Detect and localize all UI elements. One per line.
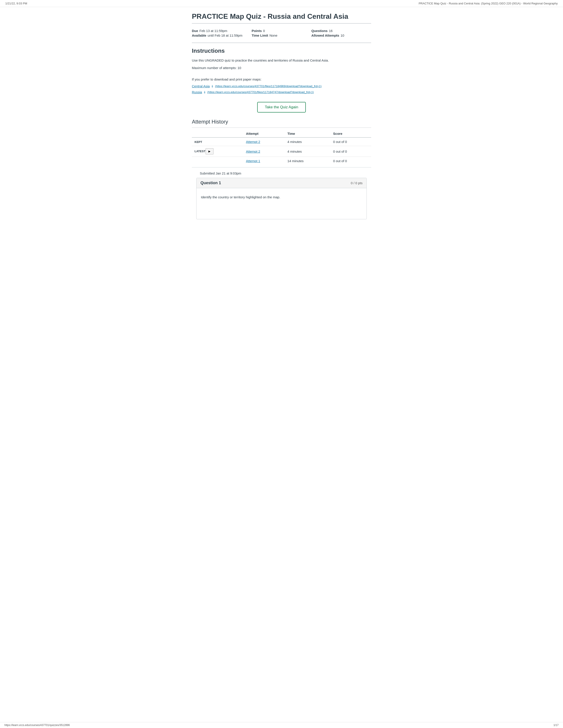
question-1-pts: 0 / 0 pts [351, 181, 363, 185]
points-value: 0 [263, 29, 265, 33]
question-1-text: Identify the country or territory highli… [201, 194, 362, 200]
meta-points: Points 0 [252, 29, 312, 33]
attempt-link[interactable]: Attempt 2 [246, 150, 260, 153]
available-value: until Feb 18 at 11:59pm [207, 34, 242, 37]
attempt-link-cell: Attempt 2 [243, 137, 285, 146]
attempt-link-cell: Attempt 2 [243, 146, 285, 157]
meta-divider [192, 43, 371, 43]
col-time: Time [285, 130, 331, 137]
meta-grid: Due Feb 13 at 11:59pm Points 0 Questions… [192, 27, 371, 41]
instructions-text1: Use this UNGRADED quiz to practice the c… [192, 58, 371, 63]
table-header-row: Attempt Time Score [192, 130, 371, 137]
question-1-title: Question 1 [200, 181, 221, 185]
instructions-text2: Maximum number of attempts: 10 [192, 65, 371, 71]
instructions-text3: If you prefer to download and print pape… [192, 77, 371, 82]
download-icon-russia: ⇓ [203, 90, 206, 94]
col-badge [192, 130, 243, 137]
question-1-body: Identify the country or territory highli… [196, 188, 367, 219]
russia-link[interactable]: Russia [192, 90, 202, 94]
attempt-history-table: Attempt Time Score KEPTAttempt 24 minute… [192, 130, 371, 165]
submitted-text: Submitted Jan 21 at 9:03pm [200, 171, 371, 175]
central-asia-link[interactable]: Central Asia [192, 84, 210, 88]
attempt-link[interactable]: Attempt 2 [246, 140, 260, 144]
download-icon-central-asia: ⇓ [211, 84, 214, 88]
question-1-header: Question 1 0 / 0 pts [196, 178, 367, 188]
attempt-link-cell: Attempt 1 [243, 157, 285, 165]
attempt-link[interactable]: Attempt 1 [246, 159, 260, 163]
quiz-again-button-wrapper: Take the Quiz Again [192, 102, 371, 113]
russia-url[interactable]: (https://learn.vccs.edu/courses/437701/f… [207, 90, 314, 94]
central-asia-link-line: Central Asia ⇓ (https://learn.vccs.edu/c… [192, 84, 371, 88]
meta-time-limit: Time Limit None [252, 34, 312, 37]
points-label: Points [252, 29, 262, 33]
due-value: Feb 13 at 11:59pm [199, 29, 227, 33]
title-divider [192, 23, 371, 24]
attempt-history-heading: Attempt History [192, 119, 371, 125]
take-quiz-again-button[interactable]: Take the Quiz Again [257, 102, 306, 113]
meta-due: Due Feb 13 at 11:59pm [192, 29, 252, 33]
meta-allowed: Allowed Attempts 10 [311, 34, 371, 37]
meta-available: Available until Feb 18 at 11:59pm [192, 34, 252, 37]
attempt-badge: LATEST▶ [192, 146, 243, 157]
browser-title: PRACTICE Map Quiz - Russia and Central A… [419, 2, 558, 5]
content-area: PRACTICE Map Quiz - Russia and Central A… [186, 7, 377, 237]
time-limit-value: None [269, 34, 277, 37]
instructions-heading: Instructions [192, 47, 371, 54]
table-row: Attempt 114 minutes0 out of 0 [192, 157, 371, 165]
badge-latest: LATEST [194, 150, 205, 153]
time-limit-label: Time Limit [252, 34, 268, 37]
meta-questions: Questions 16 [311, 29, 371, 33]
attempt-time: 14 minutes [285, 157, 331, 165]
badge-latest-wrapper: LATEST▶ [194, 148, 241, 154]
table-row: KEPTAttempt 24 minutes0 out of 0 [192, 137, 371, 146]
allowed-value: 10 [341, 34, 344, 37]
russia-link-line: Russia ⇓ (https://learn.vccs.edu/courses… [192, 90, 371, 94]
central-asia-url[interactable]: (https://learn.vccs.edu/courses/437701/f… [215, 84, 322, 88]
table-row: LATEST▶Attempt 24 minutes0 out of 0 [192, 146, 371, 157]
question-1-card: Question 1 0 / 0 pts Identify the countr… [196, 178, 367, 219]
browser-date: 1/21/22, 9:03 PM [5, 2, 27, 5]
allowed-label: Allowed Attempts [311, 34, 339, 37]
questions-value: 16 [329, 29, 333, 33]
attempt-badge: KEPT [192, 137, 243, 146]
page-title: PRACTICE Map Quiz - Russia and Central A… [192, 12, 371, 21]
play-button[interactable]: ▶ [205, 148, 213, 154]
attempt-time: 4 minutes [285, 146, 331, 157]
badge-kept: KEPT [194, 140, 202, 144]
attempt-score: 0 out of 0 [331, 157, 371, 165]
available-label: Available [192, 34, 206, 37]
attempt-badge [192, 157, 243, 165]
attempt-score: 0 out of 0 [331, 137, 371, 146]
col-attempt: Attempt [243, 130, 285, 137]
attempt-time: 4 minutes [285, 137, 331, 146]
browser-bar: 1/21/22, 9:03 PM PRACTICE Map Quiz - Rus… [0, 0, 563, 7]
due-label: Due [192, 29, 198, 33]
col-score: Score [331, 130, 371, 137]
questions-label: Questions [311, 29, 328, 33]
attempt-score: 0 out of 0 [331, 146, 371, 157]
